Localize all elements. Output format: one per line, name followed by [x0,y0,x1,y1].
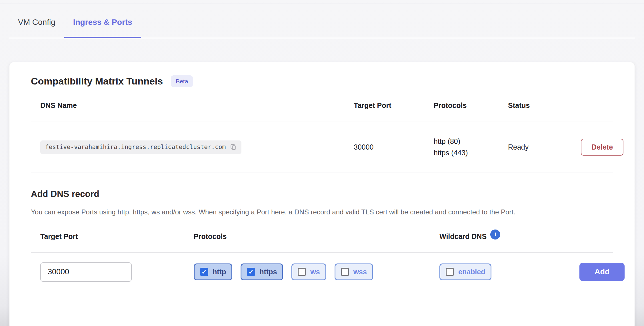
info-icon[interactable]: i [490,230,500,240]
card-footer-divider [31,306,613,317]
protocol-option-http[interactable]: ✓ http [194,263,232,280]
add-record-form-row: ✓ http ✓ https ws wss enabled Add [31,253,613,293]
protocol-option-label: wss [353,268,367,275]
add-dns-record-title: Add DNS record [31,189,613,199]
copy-icon[interactable] [230,144,237,151]
col-header-target-port: Target Port [354,101,434,110]
panel-title: Compatibility Matrix Tunnels [31,76,163,87]
row-protocols: http (80) https (443) [434,136,508,158]
protocol-option-wss[interactable]: wss [335,263,373,280]
tunnels-table-header: DNS Name Target Port Protocols Status [31,101,613,122]
add-button[interactable]: Add [579,263,625,281]
beta-badge: Beta [171,75,193,87]
delete-button[interactable]: Delete [581,139,623,156]
checkbox-unchecked-icon [298,268,306,276]
protocol-option-label: https [259,268,277,275]
tab-ingress-ports[interactable]: Ingress & Ports [64,18,141,38]
checkbox-unchecked-icon [446,268,454,276]
checkbox-checked-icon: ✓ [200,268,208,276]
table-row: festive-varahamihira.ingress.replicatedc… [31,122,613,172]
target-port-input[interactable] [40,262,132,282]
dns-name-pill: festive-varahamihira.ingress.replicatedc… [40,140,241,154]
form-label-target-port: Target Port [40,232,194,241]
row-protocol-https: https (443) [434,147,508,158]
form-label-protocols: Protocols [194,232,439,241]
add-record-form-header: Target Port Protocols Wildcard DNS i [31,232,613,253]
protocol-option-ws[interactable]: ws [291,263,326,280]
panel-header: Compatibility Matrix Tunnels Beta [31,75,613,87]
wildcard-dns-label: Wildcard DNS [439,232,487,241]
protocol-option-label: http [213,268,226,275]
protocol-option-https[interactable]: ✓ https [241,263,283,280]
row-protocol-http: http (80) [434,136,508,147]
col-header-dns-name: DNS Name [40,101,354,110]
tab-vm-config[interactable]: VM Config [9,18,64,38]
checkbox-unchecked-icon [341,268,349,276]
protocol-option-label: ws [310,268,320,275]
col-header-protocols: Protocols [434,101,508,110]
add-dns-record-description: You can expose Ports using http, https, … [31,207,613,218]
protocol-options: ✓ http ✓ https ws wss [194,263,439,280]
checkbox-checked-icon: ✓ [247,268,255,276]
row-status: Ready [508,143,581,151]
form-label-wildcard-dns: Wildcard DNS i [439,232,579,242]
wildcard-option-label: enabled [458,268,485,275]
col-header-status: Status [508,101,581,110]
top-divider [0,3,644,3]
tab-bar: VM Config Ingress & Ports [9,0,635,38]
wildcard-enabled-option[interactable]: enabled [439,263,491,280]
dns-name-value: festive-varahamihira.ingress.replicatedc… [45,144,226,150]
tunnels-panel: Compatibility Matrix Tunnels Beta DNS Na… [9,62,635,326]
row-target-port: 30000 [354,143,434,151]
